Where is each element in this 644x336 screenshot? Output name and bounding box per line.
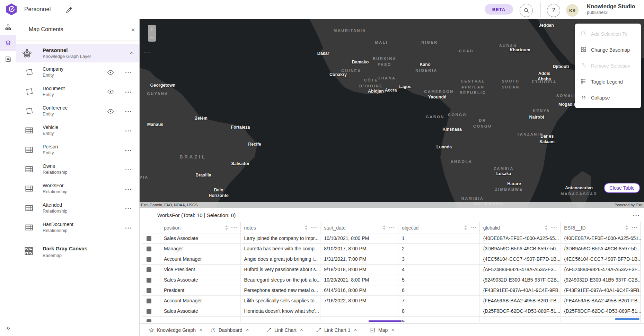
table-horizontal-scrollbar[interactable] [615, 318, 639, 320]
zoom-out-button[interactable]: − [148, 33, 156, 42]
table-row[interactable]: PresidentPersephone started new metal o.… [142, 285, 641, 296]
user-avatar[interactable]: KS [566, 4, 579, 17]
column-header-objectid[interactable]: objectid··· [398, 222, 480, 233]
layer-options-button[interactable]: ··· [125, 91, 132, 94]
row-checkbox[interactable] [147, 299, 151, 303]
tab-dashboard[interactable]: Dashboard✕ [210, 324, 249, 336]
table-options-button[interactable]: ··· [633, 214, 640, 217]
layer-item-vehicle[interactable]: VehicleEntity··· [16, 121, 139, 140]
row-select-cell [142, 265, 160, 275]
row-checkbox[interactable] [147, 247, 151, 251]
dashboard-icon [210, 327, 216, 333]
column-options-button[interactable]: ··· [551, 226, 557, 230]
row-checkbox[interactable] [147, 257, 151, 262]
layer-options-button[interactable]: ··· [125, 188, 132, 191]
layer-options-button[interactable]: ··· [125, 110, 132, 113]
map-view[interactable]: MAURITANIAMALINIGERCHADSUDANBURKINA FASO… [140, 19, 644, 208]
column-header-start_date[interactable]: start_date··· [320, 222, 398, 233]
menu-item-label: Remove Selection [591, 63, 630, 69]
layer-item-attended[interactable]: AttendedRelationship··· [16, 198, 139, 218]
layer-item-company[interactable]: CompanyEntity··· [16, 62, 139, 82]
tab-link-chart[interactable]: Link Chart✕ [266, 324, 303, 336]
table-row[interactable]: ManagerLauretta has been with the comp..… [142, 244, 641, 254]
header-divider [540, 2, 541, 17]
visibility-eye-icon[interactable] [107, 108, 114, 115]
tab-close-icon[interactable]: ✕ [199, 328, 202, 332]
table-row[interactable]: Sales AssociateBeauregard sleeps on the … [142, 275, 641, 285]
layer-options-button[interactable]: ··· [125, 129, 132, 133]
cell-objectid: 2 [398, 244, 480, 254]
column-header-position[interactable]: position··· [160, 222, 241, 233]
sidebar-item-save[interactable] [0, 51, 16, 67]
search-button[interactable] [520, 4, 533, 17]
row-checkbox[interactable] [147, 319, 151, 322]
panel-close-button[interactable]: ✕ [129, 26, 137, 34]
tab-link-chart-1[interactable]: Link Chart 1✕ [316, 324, 357, 336]
column-options-button[interactable]: ··· [470, 226, 477, 230]
row-select-cell [142, 296, 160, 306]
column-header-globalid[interactable]: globalid··· [480, 222, 561, 233]
link-icon [316, 327, 321, 333]
menu-item-basemap[interactable]: Change Basemap [575, 42, 641, 58]
layer-group-personnel[interactable]: Personnel Knowledge Graph Layer ··· [16, 44, 139, 62]
layer-item-conference[interactable]: ConferenceEntity··· [16, 101, 139, 121]
row-select-cell [142, 244, 160, 254]
close-table-button[interactable]: Close Table [604, 183, 640, 193]
column-options-button[interactable]: ··· [389, 226, 395, 230]
sort-icon[interactable] [464, 225, 467, 230]
layer-item-person[interactable]: PersonEntity··· [16, 140, 139, 160]
column-options-button[interactable]: ··· [231, 226, 238, 230]
tab-close-icon[interactable]: ✕ [300, 328, 303, 332]
visibility-eye-icon[interactable] [107, 88, 114, 95]
tab-close-icon[interactable]: ✕ [391, 328, 394, 332]
sort-icon[interactable] [225, 225, 228, 230]
layer-item-hasdocument[interactable]: HasDocumentRelationship··· [16, 218, 139, 237]
tab-close-icon[interactable]: ✕ [246, 328, 249, 332]
row-checkbox[interactable] [147, 309, 151, 314]
edit-title-button[interactable] [65, 6, 73, 14]
sort-icon[interactable] [625, 225, 628, 230]
sort-icon[interactable] [545, 225, 548, 230]
sidebar-item-hierarchy[interactable] [0, 19, 16, 35]
cell-start_date [320, 306, 398, 316]
menu-item-collapse[interactable]: Collapse [575, 90, 641, 106]
layer-options-button[interactable]: ··· [125, 149, 132, 152]
row-checkbox[interactable] [147, 267, 151, 272]
layer-options-button[interactable]: ··· [125, 168, 132, 172]
tab-knowledge-graph[interactable]: Knowledge Graph✕ [149, 324, 202, 336]
chevron-up-icon[interactable] [129, 50, 134, 56]
layer-options-button[interactable]: ··· [125, 207, 132, 210]
layer-item-worksfor[interactable]: WorksForRelationship··· [16, 179, 139, 198]
table-row[interactable]: Vice PresidentBuford is very passionate … [142, 265, 641, 275]
row-checkbox[interactable] [147, 236, 151, 241]
table-row[interactable]: Account ManagerLilith specifically sells… [142, 296, 641, 306]
column-header-esri__id[interactable]: ESRI__ID··· [561, 222, 641, 233]
table-row[interactable]: Sales AssociateHenrietta doesn't know wh… [142, 306, 641, 317]
tab-map[interactable]: Map✕ [370, 324, 394, 336]
sort-icon[interactable] [382, 225, 386, 230]
expand-rail-button[interactable] [0, 323, 16, 333]
help-button[interactable]: ? [547, 4, 560, 17]
column-header-notes[interactable]: notes··· [241, 222, 321, 233]
layer-item-owns[interactable]: OwnsRelationship··· [16, 160, 139, 179]
zoom-in-button[interactable]: + [148, 25, 156, 33]
row-checkbox[interactable] [147, 278, 151, 283]
layer-item-document[interactable]: DocumentEntity··· [16, 82, 139, 101]
layer-options-button[interactable]: ··· [125, 226, 132, 230]
table-row[interactable]: Sales AssociateLarry joined the company … [142, 233, 641, 244]
basemap-type: Basemap [43, 253, 62, 258]
column-options-button[interactable]: ··· [311, 226, 317, 230]
table-icon [25, 126, 34, 135]
column-options-button[interactable]: ··· [632, 226, 638, 230]
menu-item-legend[interactable]: Toggle Legend [575, 74, 641, 90]
page-title: Personnel [24, 6, 51, 13]
row-checkbox[interactable] [147, 288, 151, 293]
basemap-item[interactable]: Dark Gray Canvas Basemap [16, 240, 139, 264]
visibility-eye-icon[interactable] [107, 69, 114, 76]
sidebar-item-layers[interactable] [0, 35, 16, 51]
table-row[interactable]: Account ManagerAngie does a great job br… [142, 254, 641, 265]
tab-close-icon[interactable]: ✕ [354, 328, 357, 332]
sort-icon[interactable] [305, 225, 308, 230]
layer-group-options-button[interactable]: ··· [144, 51, 151, 54]
layer-options-button[interactable]: ··· [125, 71, 132, 75]
